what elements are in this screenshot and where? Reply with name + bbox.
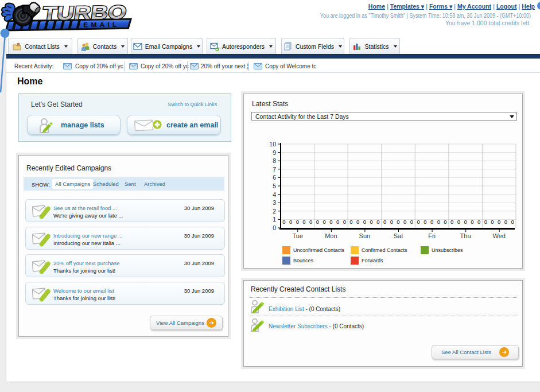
svg-text:0: 0: [323, 219, 325, 225]
svg-text:0: 0: [343, 219, 346, 225]
svg-text:0: 0: [329, 219, 332, 225]
svg-text:TURBO: TURBO: [41, 1, 128, 24]
svg-text:0: 0: [444, 219, 446, 225]
svg-text:Fri: Fri: [428, 232, 436, 239]
svg-text:0: 0: [484, 219, 487, 225]
svg-text:0: 0: [498, 219, 500, 225]
svg-text:0: 0: [309, 219, 312, 225]
svg-text:0: 0: [316, 219, 319, 225]
svg-text:0: 0: [417, 219, 419, 225]
svg-text:10: 10: [269, 141, 276, 148]
svg-text:1: 1: [273, 216, 276, 223]
svg-text:Sat: Sat: [394, 232, 403, 239]
svg-text:0: 0: [464, 219, 467, 225]
svg-text:0: 0: [397, 219, 399, 225]
svg-text:0: 0: [424, 219, 426, 225]
svg-text:9: 9: [273, 149, 276, 156]
svg-text:4: 4: [273, 191, 276, 198]
svg-text:0: 0: [302, 219, 305, 225]
svg-text:0: 0: [491, 219, 494, 225]
svg-text:0: 0: [383, 219, 386, 225]
svg-text:6: 6: [273, 174, 276, 181]
svg-text:Thu: Thu: [460, 232, 471, 239]
svg-text:0: 0: [390, 219, 393, 225]
svg-text:0: 0: [296, 219, 299, 225]
svg-text:0: 0: [336, 219, 339, 225]
svg-text:Sun: Sun: [359, 232, 371, 239]
svg-text:0: 0: [410, 219, 413, 225]
svg-text:0: 0: [430, 219, 433, 225]
svg-text:0: 0: [511, 219, 514, 225]
svg-text:Tue: Tue: [293, 232, 304, 239]
svg-text:0: 0: [450, 219, 453, 225]
svg-text:0: 0: [349, 219, 352, 225]
svg-text:0: 0: [370, 219, 372, 225]
svg-text:0: 0: [471, 219, 473, 225]
svg-text:3: 3: [273, 199, 276, 206]
svg-text:8: 8: [273, 157, 276, 164]
svg-text:0: 0: [289, 219, 292, 225]
svg-text:2: 2: [273, 208, 276, 215]
svg-text:7: 7: [273, 166, 276, 173]
svg-text:0: 0: [437, 219, 440, 225]
svg-text:0: 0: [376, 219, 379, 225]
svg-text:0: 0: [273, 224, 276, 231]
svg-text:5: 5: [273, 183, 276, 189]
svg-text:Wed: Wed: [492, 232, 505, 239]
svg-text:Mon: Mon: [325, 232, 337, 239]
svg-text:0: 0: [363, 219, 366, 225]
svg-text:0: 0: [403, 219, 406, 225]
svg-text:0: 0: [356, 219, 359, 225]
svg-text:0: 0: [457, 219, 460, 225]
svg-text:0: 0: [477, 219, 480, 225]
svg-text:0: 0: [504, 219, 507, 225]
svg-text:0: 0: [282, 219, 285, 225]
